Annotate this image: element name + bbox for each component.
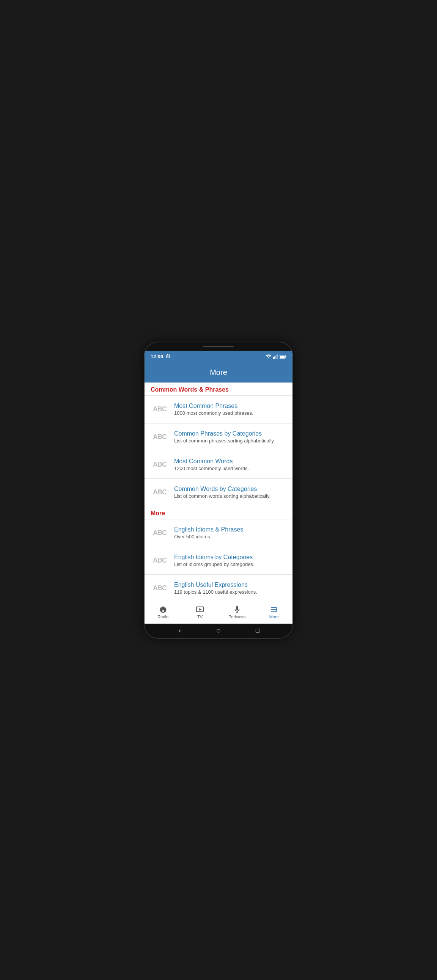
item-title: Most Common Phrases — [174, 402, 286, 409]
item-title: Most Common Words — [174, 458, 286, 465]
item-subtitle: 1000 most commonly used phrases. — [174, 410, 286, 416]
nav-item-podcasts[interactable]: Podcasts — [218, 601, 256, 624]
item-title: Common Phrases by Categories — [174, 430, 286, 437]
list-item-english-idioms-categories[interactable]: ABC English Idioms by Categories List of… — [145, 547, 292, 574]
item-content: Common Words by Categories List of commo… — [174, 486, 286, 499]
item-content: English Idioms & Phrases Over 500 idioms… — [174, 526, 286, 539]
recents-button[interactable] — [254, 627, 262, 635]
abc-icon: ABC — [151, 524, 169, 542]
status-time: 12:00 — [151, 354, 163, 360]
nav-label-tv: TV — [197, 614, 203, 619]
bottom-nav: Radio TV Podcasts — [145, 601, 292, 624]
nav-item-more[interactable]: More — [256, 601, 293, 624]
svg-rect-5 — [280, 355, 284, 358]
svg-rect-17 — [256, 629, 260, 632]
abc-icon: ABC — [151, 579, 169, 598]
abc-icon: ABC — [151, 428, 169, 446]
svg-rect-1 — [274, 356, 275, 359]
notch-indicator — [203, 346, 234, 347]
content-area: Common Words & Phrases ABC Most Common P… — [145, 382, 292, 601]
list-item-english-useful-expressions[interactable]: ABC English Useful Expressions 119 topic… — [145, 574, 292, 601]
item-content: Most Common Words 1200 most commonly use… — [174, 458, 286, 471]
section-header-common-words: Common Words & Phrases — [145, 382, 292, 395]
phone-bottom-bar — [145, 624, 292, 638]
nav-label-podcasts: Podcasts — [228, 614, 246, 619]
radio-icon — [159, 605, 167, 614]
item-title: English Useful Expressions — [174, 582, 286, 589]
list-item-common-words-categories[interactable]: ABC Common Words by Categories List of c… — [145, 479, 292, 506]
svg-rect-3 — [277, 354, 278, 359]
item-content: Most Common Phrases 1000 most commonly u… — [174, 402, 286, 416]
more-icon — [270, 605, 278, 614]
item-title: English Idioms & Phrases — [174, 526, 286, 533]
status-clock-icon: ⏱ — [165, 354, 170, 360]
svg-rect-2 — [276, 355, 277, 359]
app-bar: More — [145, 363, 292, 382]
nav-label-more: More — [270, 614, 279, 619]
wifi-icon — [266, 354, 272, 359]
nav-item-tv[interactable]: TV — [182, 601, 219, 624]
signal-icon — [273, 354, 278, 359]
list-item-english-idioms-phrases[interactable]: ABC English Idioms & Phrases Over 500 id… — [145, 519, 292, 547]
svg-point-16 — [217, 629, 220, 632]
list-item-most-common-words[interactable]: ABC Most Common Words 1200 most commonly… — [145, 451, 292, 479]
nav-label-radio: Radio — [158, 614, 168, 619]
item-content: Common Phrases by Categories List of com… — [174, 430, 286, 444]
list-item-most-common-phrases[interactable]: ABC Most Common Phrases 1000 most common… — [145, 395, 292, 423]
item-subtitle: List of common words sorting alphabetica… — [174, 493, 286, 499]
item-subtitle: 119 topics & 1100 useful expressions. — [174, 589, 286, 595]
item-content: English Idioms by Categories List of idi… — [174, 554, 286, 567]
item-subtitle: List of common phrases sorting alphabeti… — [174, 438, 286, 444]
abc-icon: ABC — [151, 484, 169, 501]
svg-marker-8 — [199, 608, 201, 610]
svg-rect-6 — [285, 356, 286, 357]
abc-icon: ABC — [151, 456, 169, 474]
abc-icon: ABC — [151, 400, 169, 418]
svg-marker-15 — [178, 629, 180, 632]
status-bar-left: 12:00 ⏱ — [151, 354, 170, 360]
phone-top-bar — [145, 342, 292, 351]
phone-frame: 12:00 ⏱ — [145, 342, 292, 638]
list-item-common-phrases-categories[interactable]: ABC Common Phrases by Categories List of… — [145, 423, 292, 451]
item-subtitle: 1200 most commonly used words. — [174, 466, 286, 471]
app-bar-title: More — [210, 368, 227, 377]
status-bar: 12:00 ⏱ — [145, 351, 292, 363]
microphone-icon — [233, 605, 241, 614]
item-subtitle: Over 500 idioms. — [174, 534, 286, 539]
section-header-more: More — [145, 506, 292, 519]
screen: 12:00 ⏱ — [145, 351, 292, 624]
svg-rect-9 — [236, 606, 238, 610]
abc-text: ABC — [153, 405, 166, 413]
nav-item-radio[interactable]: Radio — [145, 601, 182, 624]
item-title: Common Words by Categories — [174, 486, 286, 492]
item-title: English Idioms by Categories — [174, 554, 286, 561]
home-button[interactable] — [215, 627, 222, 635]
item-subtitle: List of idioms grouped by categories. — [174, 562, 286, 567]
svg-rect-0 — [273, 357, 274, 359]
item-content: English Useful Expressions 119 topics & … — [174, 582, 286, 595]
back-button[interactable] — [175, 627, 183, 635]
battery-icon — [279, 355, 286, 359]
abc-icon: ABC — [151, 552, 169, 570]
status-bar-right — [266, 354, 286, 359]
tv-icon — [196, 605, 204, 614]
